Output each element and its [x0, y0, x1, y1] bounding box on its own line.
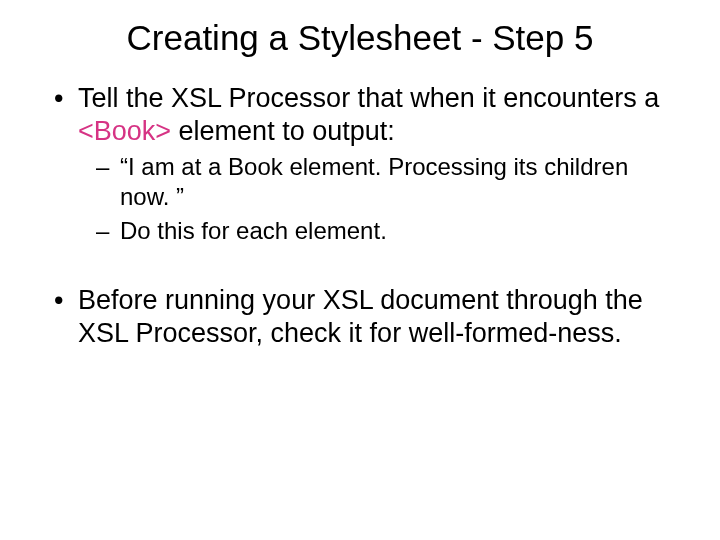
slide: Creating a Stylesheet - Step 5 Tell the … — [0, 0, 720, 540]
spacer — [40, 266, 680, 284]
bullet-1-code: <Book> — [78, 116, 171, 146]
bullet-list-2: Before running your XSL document through… — [52, 284, 680, 350]
bullet-1-sub-1: “I am at a Book element. Processing its … — [92, 152, 680, 212]
bullet-1-text-post: element to output: — [171, 116, 395, 146]
bullet-list: Tell the XSL Processor that when it enco… — [52, 82, 680, 246]
bullet-2: Before running your XSL document through… — [52, 284, 680, 350]
bullet-1-sublist: “I am at a Book element. Processing its … — [92, 152, 680, 246]
slide-title: Creating a Stylesheet - Step 5 — [40, 18, 680, 58]
bullet-1: Tell the XSL Processor that when it enco… — [52, 82, 680, 246]
bullet-1-sub-2: Do this for each element. — [92, 216, 680, 246]
bullet-1-text-pre: Tell the XSL Processor that when it enco… — [78, 83, 659, 113]
